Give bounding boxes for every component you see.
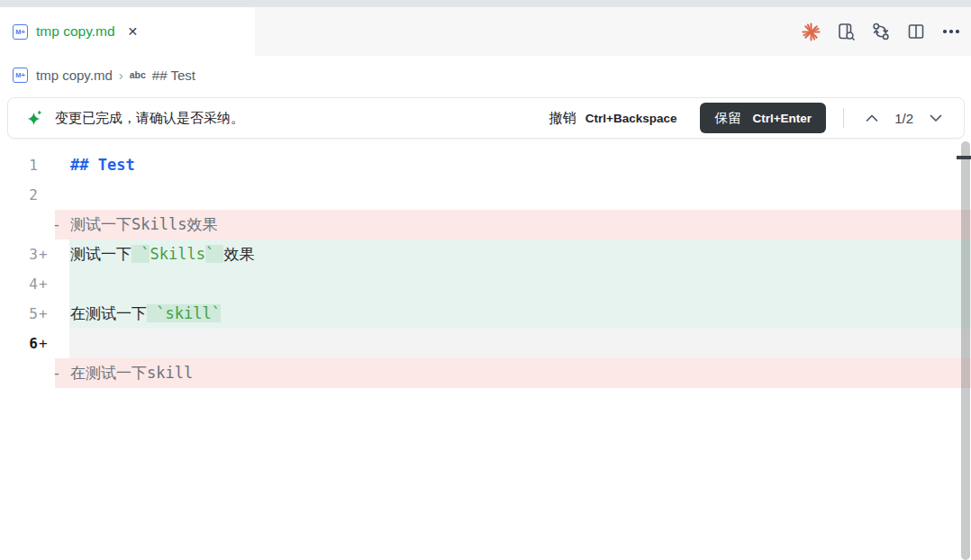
undo-button[interactable]: 撤销 Ctrl+Backspace [549, 110, 677, 127]
divider [843, 108, 844, 128]
editor-actions [800, 21, 971, 42]
editor-lines: 1## Test2-测试一下Skills效果3+测试一下 `Skills` 效果… [0, 150, 971, 388]
keep-button[interactable]: 保留 Ctrl+Enter [700, 103, 826, 133]
editor-line[interactable]: 3+测试一下 `Skills` 效果 [0, 239, 971, 269]
diff-review-banner: 变更已完成，请确认是否采纳。 撤销 Ctrl+Backspace 保留 Ctrl… [7, 97, 965, 139]
line-content: ## Test [70, 150, 135, 180]
line-number: 2 [0, 180, 38, 210]
change-position-indicator: 1/2 [894, 111, 913, 126]
tab-title: tmp copy.md [36, 23, 115, 40]
chevron-right-icon: › [119, 68, 123, 83]
open-preview-icon[interactable] [835, 21, 857, 42]
removed-line-marker: - [52, 358, 61, 388]
tab-close-icon[interactable]: ✕ [128, 25, 139, 38]
line-content: 在测试一下 `skill` [70, 299, 221, 329]
window-top-strip [0, 0, 971, 7]
previous-change-button[interactable] [862, 108, 882, 128]
markdown-file-icon: M+ [13, 68, 28, 83]
sparkle-icon [24, 108, 44, 128]
scrollbar-thumb[interactable] [961, 141, 970, 560]
tab-tmp-copy-md[interactable]: M+ tmp copy.md ✕ [0, 7, 255, 56]
line-content: 测试一下 `Skills` 效果 [70, 239, 254, 269]
editor-line[interactable]: 5+在测试一下 `skill` [0, 299, 971, 329]
markdown-file-icon: M+ [13, 24, 28, 40]
editor-line[interactable]: -测试一下Skills效果 [0, 210, 971, 239]
removed-line-marker: - [52, 210, 61, 239]
editor-line[interactable]: 2 [0, 180, 971, 210]
overview-ruler-cursor-mark [957, 156, 971, 159]
line-number: 6 [0, 329, 38, 358]
next-change-button[interactable] [926, 108, 946, 128]
keep-label: 保留 [714, 110, 741, 127]
banner-message: 变更已完成，请确认是否采纳。 [55, 110, 244, 127]
added-line-marker: + [39, 239, 48, 269]
undo-shortcut: Ctrl+Backspace [585, 112, 677, 125]
breadcrumb-file[interactable]: tmp copy.md [36, 68, 113, 83]
scrollbar-track[interactable] [959, 140, 971, 560]
editor-line[interactable]: -在测试一下skill [0, 358, 971, 388]
banner-controls: 撤销 Ctrl+Backspace 保留 Ctrl+Enter 1/2 [549, 103, 964, 133]
breadcrumb-symbol[interactable]: ## Test [152, 68, 195, 83]
tab-bar: M+ tmp copy.md ✕ [0, 7, 971, 56]
symbol-string-icon: abc [130, 69, 146, 80]
editor-line[interactable]: 6+ [0, 329, 971, 358]
editor-line[interactable]: 4+ [0, 269, 971, 299]
added-line-marker: + [39, 299, 48, 329]
diff-row-background [69, 329, 971, 358]
line-number: 4 [0, 269, 38, 299]
editor-line[interactable]: 1## Test [0, 150, 971, 180]
ai-starburst-icon[interactable] [800, 21, 821, 42]
more-actions-icon[interactable] [940, 21, 962, 42]
line-number: 1 [0, 150, 38, 180]
keep-shortcut: Ctrl+Enter [752, 112, 812, 125]
line-number: 5 [0, 299, 38, 329]
split-editor-icon[interactable] [905, 21, 927, 42]
line-number: 3 [0, 239, 38, 269]
diff-row-background [69, 269, 971, 299]
open-changes-icon[interactable] [870, 21, 892, 42]
added-line-marker: + [39, 329, 48, 358]
added-line-marker: + [39, 269, 48, 299]
editor-window: M+ tmp copy.md ✕ [0, 0, 971, 560]
line-content: 在测试一下skill [70, 358, 193, 388]
line-content: 测试一下Skills效果 [70, 210, 217, 239]
breadcrumb: M+ tmp copy.md › abc ## Test [0, 56, 971, 94]
undo-label: 撤销 [549, 110, 576, 127]
